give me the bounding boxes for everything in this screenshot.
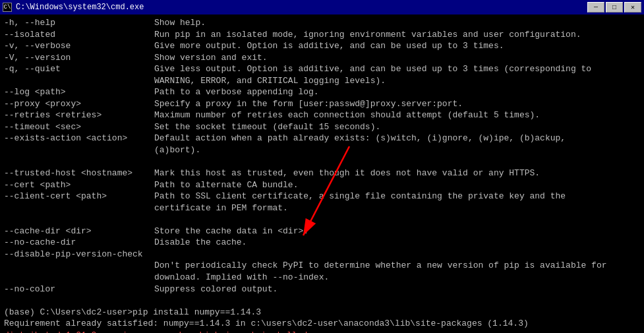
terminal-line: --isolatedRun pip in an isolated mode, i… bbox=[4, 29, 640, 41]
cmd-icon: C\ bbox=[3, 3, 12, 12]
terminal-line: --trusted-host <hostname>Mark this host … bbox=[4, 167, 640, 179]
terminal-line: Requirement already satisfied: numpy==1.… bbox=[4, 318, 640, 330]
terminal-content: -h, --helpShow help.--isolatedRun pip in… bbox=[4, 17, 640, 333]
terminal-line: download. Implied with --no-index. bbox=[4, 272, 640, 284]
terminal-line: --cache-dir <dir>Store the cache data in… bbox=[4, 226, 640, 237]
title-bar-left: C\ C:\Windows\system32\cmd.exe bbox=[3, 3, 144, 12]
close-button[interactable]: ✕ bbox=[624, 2, 641, 13]
terminal-line bbox=[4, 295, 640, 307]
terminal-line: -h, --helpShow help. bbox=[4, 17, 640, 29]
terminal-line: (base) C:\Users\dc2-user>pip install num… bbox=[4, 307, 640, 318]
terminal-line: -V, --versionShow version and exit. bbox=[4, 52, 640, 64]
title-bar: C\ C:\Windows\system32\cmd.exe ─ □ ✕ bbox=[0, 0, 644, 15]
terminal-line: --timeout <sec>Set the socket timeout (d… bbox=[4, 121, 640, 133]
window-controls: ─ □ ✕ bbox=[587, 2, 641, 13]
terminal-line: --no-cache-dirDisable the cache. bbox=[4, 237, 640, 249]
terminal-line: -q, --quietGive less output. Option is a… bbox=[4, 63, 640, 75]
terminal-line: certificate in PEM format. bbox=[4, 202, 640, 214]
terminal-line: (a)bort). bbox=[4, 144, 640, 156]
maximize-button[interactable]: □ bbox=[606, 2, 623, 13]
terminal-line bbox=[4, 214, 640, 226]
terminal-line: --exists-action <action>Default action w… bbox=[4, 133, 640, 144]
terminal-line: --retries <retries>Maximum number of ret… bbox=[4, 109, 640, 121]
terminal-line: distributed 1.21.8 requires msgpack, whi… bbox=[4, 330, 640, 333]
terminal-line: --disable-pip-version-check bbox=[4, 249, 640, 260]
terminal-line: --cert <path>Path to alternate CA bundle… bbox=[4, 179, 640, 191]
window-title: C:\Windows\system32\cmd.exe bbox=[16, 3, 144, 12]
terminal-area: -h, --helpShow help.--isolatedRun pip in… bbox=[0, 15, 644, 333]
terminal-line: --client-cert <path>Path to SSL client c… bbox=[4, 191, 640, 202]
terminal-line: --proxy <proxy>Specify a proxy in the fo… bbox=[4, 98, 640, 110]
minimize-button[interactable]: ─ bbox=[587, 2, 604, 13]
terminal-line: -v, --verboseGive more output. Option is… bbox=[4, 40, 640, 52]
terminal-line: --no-colorSuppress colored output. bbox=[4, 284, 640, 295]
terminal-line: Don't periodically check PyPI to determi… bbox=[4, 260, 640, 272]
terminal-line: WARNING, ERROR, and CRITICAL logging lev… bbox=[4, 75, 640, 87]
terminal-line bbox=[4, 156, 640, 168]
terminal-line: --log <path>Path to a verbose appending … bbox=[4, 86, 640, 98]
